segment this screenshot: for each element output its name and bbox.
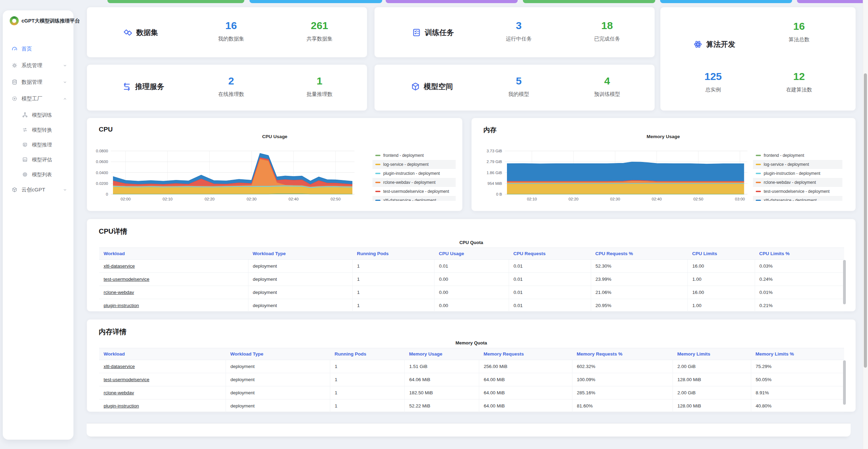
stat-value: 1: [307, 75, 333, 87]
svg-text:03:00: 03:00: [735, 197, 745, 201]
table-cell: xltl-dataservice: [99, 260, 248, 273]
table-scrollbar-thumb[interactable]: [843, 360, 846, 405]
workload-link[interactable]: rclone-webdav: [104, 290, 134, 295]
page-scrollbar-thumb[interactable]: [864, 73, 867, 368]
table-cell: rclone-webdav: [99, 386, 226, 399]
workload-link[interactable]: xltl-dataservice: [104, 263, 135, 269]
tasks-icon: [412, 28, 421, 37]
table-scrollbar-thumb[interactable]: [843, 260, 846, 304]
legend-color-chip: [375, 164, 380, 165]
workload-link[interactable]: test-usermodelservice: [104, 377, 149, 382]
column-header-running-pods[interactable]: Running Pods: [330, 348, 405, 360]
stat-card-model-space[interactable]: 模型空间 5 我的模型 4 预训练模型: [374, 64, 655, 111]
top-card-edge: [660, 0, 792, 3]
sidebar-item-模型训练[interactable]: 模型训练: [3, 110, 73, 120]
legend-item[interactable]: rclone-webdav - deployment: [753, 178, 842, 187]
legend-color-chip: [756, 155, 761, 156]
table-row: test-usermodelservicedeployment10.000.01…: [99, 273, 844, 286]
legend-item[interactable]: rclone-webdav - deployment: [372, 178, 456, 187]
sidebar-item-模型推理[interactable]: 模型推理: [3, 140, 73, 150]
workload-link[interactable]: xltl-dataservice: [104, 364, 135, 369]
column-header-memory-requests-[interactable]: Memory Requests %: [572, 348, 673, 360]
table-cell: deployment: [226, 399, 330, 413]
column-header-running-pods[interactable]: Running Pods: [352, 248, 435, 260]
svg-text:02:40: 02:40: [289, 197, 299, 201]
table-cell: 0.01%: [755, 286, 844, 299]
legend-color-chip: [756, 191, 761, 192]
svg-text:0.0800: 0.0800: [96, 149, 108, 153]
stat-card-inference-service[interactable]: 推理服务 2 在线推理数 1 批量推理数: [87, 64, 367, 111]
top-card-edge: [797, 0, 868, 3]
list-icon: [22, 172, 28, 177]
legend-item[interactable]: log-service - deployment: [372, 160, 456, 169]
legend-item[interactable]: test-usermodelservice - deployment: [372, 187, 456, 196]
chevron-down-icon: [63, 80, 67, 84]
column-header-cpu-requests-[interactable]: CPU Requests %: [591, 248, 688, 260]
column-header-memory-requests[interactable]: Memory Requests: [479, 348, 572, 360]
workload-link[interactable]: rclone-webdav: [104, 390, 134, 395]
table-cell: 182.50 MiB: [405, 386, 479, 399]
column-header-memory-limits[interactable]: Memory Limits: [673, 348, 751, 360]
legend-item[interactable]: xltl-dataservice - deployment: [753, 196, 842, 201]
sidebar-item-首页[interactable]: 首页: [3, 44, 73, 54]
legend-label: plugin-instruction - deployment: [383, 171, 440, 176]
table-cell: 2.00 GiB: [673, 386, 751, 399]
legend-item[interactable]: log-service - deployment: [753, 160, 842, 169]
column-header-cpu-limits-[interactable]: CPU Limits %: [755, 248, 844, 260]
sidebar-item-系统管理[interactable]: 系统管理: [3, 60, 73, 71]
stat-card-title: 模型空间: [424, 82, 453, 91]
stat-label: 我的模型: [508, 91, 529, 98]
table-cell: 8.91%: [751, 386, 844, 399]
column-header-workload[interactable]: Workload: [99, 248, 248, 260]
column-header-workload-type[interactable]: Workload Type: [226, 348, 330, 360]
stat-card-algorithm-dev[interactable]: 算法开发 16 算法总数 125 总实例 12 在建算法数: [660, 7, 856, 111]
legend-item[interactable]: frontend - deployment: [753, 151, 842, 160]
workload-link[interactable]: test-usermodelservice: [104, 277, 149, 282]
column-header-workload[interactable]: Workload: [99, 348, 226, 360]
stat-card-dataset[interactable]: 数据集 16 我的数据集 261 共享数据集: [87, 7, 367, 57]
legend-label: log-service - deployment: [383, 162, 429, 167]
table-cell: 1: [330, 360, 405, 373]
legend-item[interactable]: plugin-instruction - deployment: [753, 169, 842, 178]
sidebar-item-云创cGPT[interactable]: 云创cGPT: [3, 185, 73, 195]
legend-item[interactable]: test-usermodelservice - deployment: [753, 187, 842, 196]
stat-label: 总实例: [704, 86, 722, 93]
workload-link[interactable]: plugin-instruction: [104, 303, 139, 308]
table-row: plugin-instructiondeployment152.22 MiB64…: [99, 399, 844, 413]
column-header-memory-usage[interactable]: Memory Usage: [405, 348, 479, 360]
stat-card-training-tasks[interactable]: 训练任务 3 运行中任务 18 已完成任务: [374, 7, 655, 57]
column-header-memory-limits-[interactable]: Memory Limits %: [751, 348, 844, 360]
sidebar-item-label: 模型评估: [32, 156, 52, 163]
column-header-cpu-limits[interactable]: CPU Limits: [688, 248, 755, 260]
table-cell: 64.00 MiB: [479, 386, 572, 399]
table-cell: 0.01: [509, 286, 591, 299]
sidebar-item-数据管理[interactable]: 数据管理: [3, 77, 73, 87]
stat-value: 16: [218, 20, 244, 32]
sidebar-item-模型评估[interactable]: 模型评估: [3, 155, 73, 164]
sidebar-item-模型转换[interactable]: 模型转换: [3, 125, 73, 135]
legend-item[interactable]: xltl-dataservice - deployment: [372, 196, 456, 201]
legend-item[interactable]: frontend - deployment: [372, 151, 456, 160]
table-cell: 1: [352, 286, 435, 299]
atom-icon: [693, 40, 702, 49]
column-header-cpu-usage[interactable]: CPU Usage: [435, 248, 509, 260]
table-cell: 0.00: [435, 286, 509, 299]
column-header-cpu-requests[interactable]: CPU Requests: [509, 248, 591, 260]
column-header-workload-type[interactable]: Workload Type: [248, 248, 352, 260]
table-row: test-usermodelservicedeployment164.06 Mi…: [99, 373, 844, 386]
workload-link[interactable]: plugin-instruction: [104, 403, 139, 408]
legend-color-chip: [375, 182, 380, 183]
svg-text:02:10: 02:10: [163, 197, 173, 201]
table-cell: 1.00: [688, 273, 755, 286]
sidebar-item-模型工厂[interactable]: 模型工厂: [3, 93, 73, 104]
table-cell: 128.00 MiB: [673, 399, 751, 413]
page-scrollbar-track[interactable]: [863, 0, 868, 449]
legend-label: rclone-webdav - deployment: [383, 180, 436, 185]
memory-chart-legend: frontend - deploymentlog-service - deplo…: [753, 151, 842, 201]
stat-value: 125: [704, 71, 722, 82]
sidebar-item-模型列表[interactable]: 模型列表: [3, 170, 73, 179]
table-cell: 21.06%: [591, 286, 688, 299]
sidebar-item-label: 系统管理: [21, 62, 42, 69]
memory-quota-table: WorkloadWorkload TypeRunning PodsMemory …: [99, 348, 844, 413]
legend-item[interactable]: plugin-instruction - deployment: [372, 169, 456, 178]
